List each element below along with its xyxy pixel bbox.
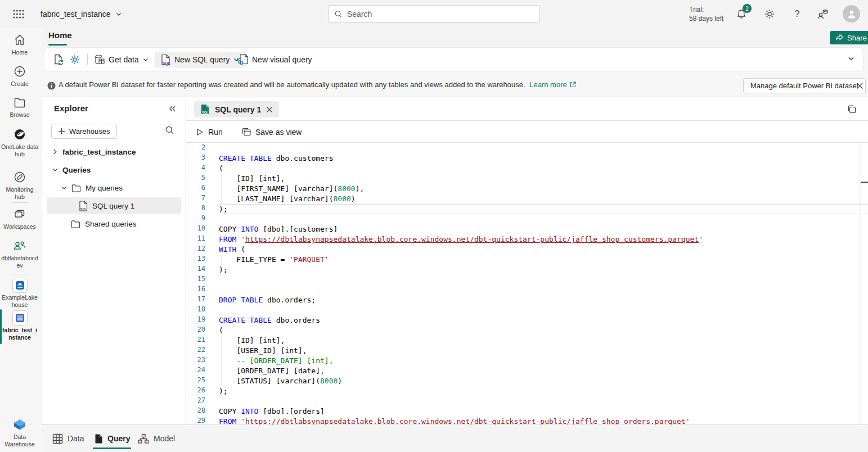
code-line: 27 [186,396,868,406]
browse-icon [13,95,26,110]
rail-item-label: Monitoring hub [1,186,38,201]
code-line: 3CREATE TABLE dbo.customers [186,153,868,164]
plus-icon [58,128,65,135]
code-text: ( [219,326,868,336]
monitor-icon [13,170,26,184]
share-button[interactable]: Share [830,31,868,44]
new-sql-query-button[interactable]: SQL New SQL query [155,52,245,67]
feedback-icon[interactable] [816,7,829,21]
rail-item-label: fabric_test_instance [1,327,38,341]
lakehouse-icon [12,278,28,292]
code-text [219,275,868,285]
rail-item-examplelakehouse[interactable]: ExampleLakehouse [0,278,39,309]
save-as-view-icon [242,128,251,136]
collapse-explorer-icon[interactable] [168,105,177,113]
code-line: 22 [USER_ID] [int], [186,346,868,356]
rail-item-label: ExampleLakehouse [1,294,38,309]
run-icon [196,128,204,136]
avatar[interactable] [843,5,860,22]
chevron-down-icon [142,56,149,63]
rail-item-onelake-data-hub[interactable]: OneLake data hub [0,127,39,158]
tree-item-queries[interactable]: Queries [42,161,186,179]
workspace-switcher[interactable]: fabric_test_instance [41,0,122,28]
folder-icon [71,184,81,192]
help-icon[interactable]: ? [790,7,804,21]
code-line: 28COPY INTO [dbo].[orders] [186,406,868,417]
chevron-right-icon[interactable] [52,148,59,155]
tree-item-fabric-test-instance[interactable]: fabric_test_instance [42,143,186,161]
tab-home[interactable]: Home [48,30,72,43]
line-number: 12 [186,245,219,255]
rail-item-browse[interactable]: Browse [0,95,39,119]
code-line: 10COPY INTO [dbo].[customers] [186,224,868,234]
view-tab-query[interactable]: Query [94,425,130,452]
line-number: 26 [186,386,219,396]
chevron-down-icon [115,11,122,17]
get-data-button[interactable]: Get data [94,48,149,71]
explorer-search-icon[interactable] [165,125,174,135]
tree-item-my-queries[interactable]: My queries [42,179,186,197]
line-number: 2 [186,143,219,153]
rail-item-dbtlabsfabricdev[interactable]: dbtlabsfabricdev [0,238,39,269]
run-button[interactable]: Run [196,121,223,143]
query-tab-label: SQL query 1 [215,105,261,114]
query-tab[interactable]: SQL SQL query 1 [194,101,279,117]
code-line: 20( [186,326,868,336]
code-text: FROM 'https://dbtlabsynapsedatalake.blob… [219,417,868,425]
code-text: ); [219,265,868,275]
code-text [219,396,868,406]
rail-item-workspaces[interactable]: Workspaces [0,207,39,230]
rail-item-home[interactable]: Home [0,33,39,56]
code-text [219,143,868,153]
code-text: [STATUS] [varchar](8000) [219,376,868,386]
search-input[interactable] [347,10,534,19]
settings-gear-icon[interactable] [763,7,776,21]
share-label: Share [847,34,867,42]
global-search[interactable] [328,5,540,22]
toolbar: Get data SQL New SQL query New visual qu… [44,47,863,71]
banner-close-icon[interactable] [854,80,865,91]
chevron-down-icon[interactable] [52,166,59,173]
tree-item-shared-queries[interactable]: Shared queries [42,215,186,233]
line-number: 25 [186,376,219,386]
workspace-name: fabric_test_instance [41,10,111,19]
code-line: 21 [ID] [int], [186,336,868,346]
new-visual-query-button[interactable]: New visual query [237,48,312,71]
code-text: DROP TABLE dbo.orders; [219,295,868,305]
learn-more-link[interactable]: Learn more [529,80,566,89]
app-launcher-icon[interactable] [10,7,27,21]
save-as-view-button[interactable]: Save as view [242,121,302,143]
line-number: 20 [186,326,219,336]
line-number: 27 [186,396,219,406]
code-text: [FIRST_NAME] [varchar](8000), [219,184,868,194]
view-tab-model[interactable]: Model [138,425,175,452]
tree-item-sql-query-1[interactable]: SQLSQL query 1 [42,197,186,215]
rail-item-fabric-test-instance[interactable]: fabric_test_instance [0,310,39,341]
line-number: 29 [186,417,219,425]
onelake-icon [13,127,26,142]
refresh-dataset-button[interactable] [52,48,64,71]
rail-item-monitoring-hub[interactable]: Monitoring hub [0,170,39,201]
settings-button[interactable] [69,48,80,71]
manage-default-dataset-button[interactable]: Manage default Power BI dataset [743,78,866,93]
rail-item-create[interactable]: Create [0,64,39,88]
editor-scrollbar[interactable] [859,143,860,424]
explorer-tree: fabric_test_instanceQueriesMy queriesSQL… [42,143,186,233]
rail-item-data-warehouse[interactable]: Data Warehouse [0,417,39,448]
collapse-ribbon-icon[interactable] [847,55,855,62]
code-text: WITH ( [219,245,868,255]
line-number: 15 [186,275,219,285]
new-warehouse-button[interactable]: Warehouses [51,124,117,139]
sql-code-editor[interactable]: 23CREATE TABLE dbo.customers4(5 [ID] [in… [186,143,868,425]
query-view-icon [94,433,103,444]
copy-editor-icon[interactable] [847,105,857,114]
query-actions-bar: Run Save as view [186,121,868,143]
code-line: 25 [STATUS] [varchar](8000) [186,376,868,386]
code-text: COPY INTO [dbo].[orders] [219,406,868,417]
code-line: 6 [FIRST_NAME] [varchar](8000), [186,184,868,194]
view-tab-data[interactable]: Data [52,425,84,452]
chevron-down-icon[interactable] [61,184,68,191]
close-tab-icon[interactable] [266,106,273,113]
tree-item-label: Shared queries [85,220,137,228]
code-text: [ORDER_DATE] [date], [219,366,868,376]
